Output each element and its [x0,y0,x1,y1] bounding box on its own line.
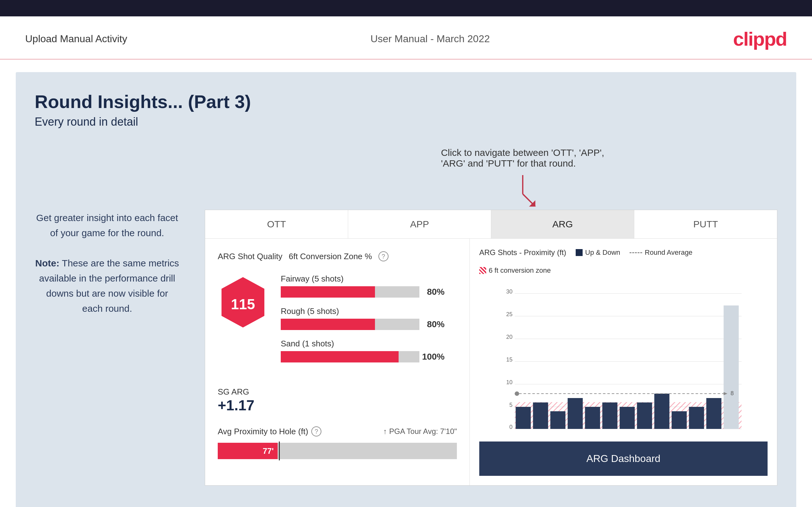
nav-arrow-icon [504,175,542,207]
svg-text:0: 0 [509,424,512,430]
svg-text:30: 30 [506,288,512,295]
right-panel: ARG Shots - Proximity (ft) Up & Down Rou… [470,239,777,485]
tab-app[interactable]: APP [348,210,491,238]
nav-hint-text: Click to navigate between 'OTT', 'APP','… [441,148,604,169]
legend-round-avg-label: Round Average [645,248,692,257]
svg-rect-27 [620,407,635,429]
proximity-bar-fill: 77' [218,443,277,459]
svg-rect-22 [533,402,548,429]
right-content: Click to navigate between 'OTT', 'APP','… [205,148,777,486]
proximity-label: Avg Proximity to Hole (ft) ? [218,427,321,437]
chart-area: 0 5 10 15 20 25 30 [479,284,768,435]
svg-text:10: 10 [506,379,512,385]
panel-header: ARG Shot Quality 6ft Conversion Zone % ? [218,251,457,261]
pga-avg: ↑ PGA Tour Avg: 7'10" [383,427,457,436]
bar-label-fairway: Fairway (5 shots) [281,274,457,284]
legend-conversion: 6 ft conversion zone [479,267,551,275]
legend-round-avg: Round Average [629,248,692,257]
bar-fill-sand [281,351,399,362]
legend-up-down: Up & Down [576,248,620,257]
dashboard-panel: OTT APP ARG PUTT ARG Shot Quality 6ft Co… [205,210,777,486]
tab-ott[interactable]: OTT [205,210,348,238]
nav-hint-wrapper: Click to navigate between 'OTT', 'APP','… [268,148,777,207]
bar-value-fairway: 80% [427,287,445,297]
svg-rect-24 [568,398,583,429]
nav-hint-content: Click to navigate between 'OTT', 'APP','… [441,148,604,168]
svg-text:115: 115 [231,296,255,313]
manual-label: User Manual - March 2022 [370,33,490,45]
chart-header: ARG Shots - Proximity (ft) Up & Down Rou… [479,248,768,275]
left-panel: ARG Shot Quality 6ft Conversion Zone % ?… [205,239,470,485]
conversion-label: 6ft Conversion Zone % [289,251,372,261]
content-layout: Get greater insight into each facet of y… [35,148,777,486]
proximity-cursor [279,442,280,460]
legend-hatched-icon [479,267,486,274]
legend-dashed-icon [629,252,642,253]
svg-point-37 [515,391,519,396]
proximity-bar-track: 77' [218,443,457,459]
proximity-help-icon[interactable]: ? [311,427,321,437]
upload-label: Upload Manual Activity [25,33,127,45]
tab-arg[interactable]: ARG [491,210,634,238]
svg-rect-33 [724,305,739,429]
bar-track-sand: 100% [281,351,419,362]
bar-track-rough: 80% [281,319,419,330]
bar-row-fairway: Fairway (5 shots) 80% [281,274,457,297]
svg-text:20: 20 [506,334,512,340]
legend-square-icon [576,249,582,256]
tab-putt[interactable]: PUTT [634,210,777,238]
svg-rect-26 [603,402,618,429]
svg-text:25: 25 [506,311,512,318]
bars-section: Fairway (5 shots) 80% Rough (5 shots) [281,274,457,371]
svg-rect-23 [551,411,566,429]
svg-rect-21 [516,407,531,429]
sidebar-note: Note: [35,258,59,268]
hexagon-shape: 115 [218,274,268,331]
help-icon[interactable]: ? [378,251,389,261]
proximity-value: 77' [263,446,274,456]
svg-rect-28 [637,402,652,429]
proximity-section: Avg Proximity to Hole (ft) ? ↑ PGA Tour … [218,427,457,459]
sidebar-main-text: Get greater insight into each facet of y… [36,213,178,238]
svg-rect-29 [654,394,670,429]
sg-value: +1.17 [218,397,457,414]
sidebar-note-text: These are the same metrics available in … [39,258,179,314]
bar-fill-fairway [281,286,375,297]
proximity-label-text: Avg Proximity to Hole (ft) [218,427,308,437]
header: Upload Manual Activity User Manual - Mar… [0,16,812,59]
bar-label-sand: Sand (1 shots) [281,339,457,349]
svg-rect-31 [689,407,704,429]
score-section: 115 Fairway (5 shots) 80% [218,274,457,371]
arg-dashboard-button[interactable]: ARG Dashboard [479,442,768,476]
bar-label-rough: Rough (5 shots) [281,306,457,316]
svg-rect-32 [706,398,721,429]
clippd-logo: clippd [733,28,787,50]
legend-up-down-label: Up & Down [585,248,620,257]
proximity-header: Avg Proximity to Hole (ft) ? ↑ PGA Tour … [218,427,457,437]
sidebar-text: Get greater insight into each facet of y… [35,210,180,316]
hexagon-container: 115 [218,274,268,333]
svg-rect-25 [585,407,600,429]
sg-label: SG ARG [218,387,457,397]
top-bar [0,0,812,16]
bar-track-fairway: 80% [281,286,419,297]
svg-text:15: 15 [506,356,512,363]
chart-title: ARG Shots - Proximity (ft) [479,248,566,257]
page-title: Round Insights... (Part 3) [35,91,777,112]
bar-value-sand: 100% [422,352,445,362]
tabs: OTT APP ARG PUTT [205,210,777,239]
page-subtitle: Every round in detail [35,115,777,128]
sg-section: SG ARG +1.17 [218,387,457,414]
shot-quality-label: ARG Shot Quality [218,251,282,261]
chart-svg: 0 5 10 15 20 25 30 [479,284,768,435]
main-content: Round Insights... (Part 3) Every round i… [16,72,796,507]
bar-row-rough: Rough (5 shots) 80% [281,306,457,330]
panel-body: ARG Shot Quality 6ft Conversion Zone % ?… [205,239,777,485]
bar-fill-rough [281,319,375,330]
legend-conversion-label: 6 ft conversion zone [489,267,551,275]
svg-rect-30 [672,411,687,429]
bar-row-sand: Sand (1 shots) 100% [281,339,457,362]
svg-text:5: 5 [509,402,512,408]
svg-text:8: 8 [731,390,734,396]
bar-value-rough: 80% [427,319,445,329]
